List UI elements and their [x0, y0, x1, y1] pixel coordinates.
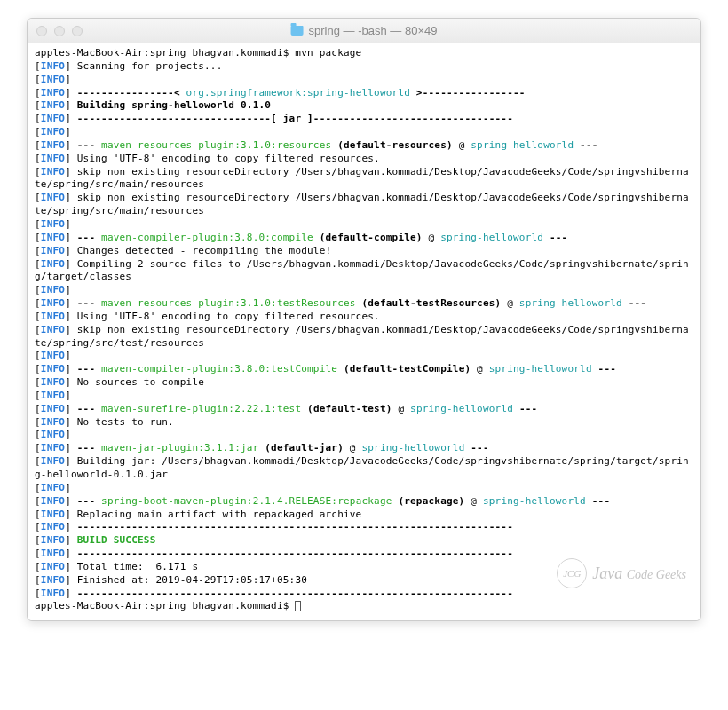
log-level-info: INFO	[41, 192, 65, 203]
log-level-info: INFO	[41, 311, 65, 322]
window-titlebar: spring — -bash — 80×49	[28, 19, 700, 43]
log-line: [INFO] BUILD SUCCESS	[35, 534, 693, 548]
log-line: [INFO] Using 'UTF-8' encoding to copy fi…	[35, 311, 693, 324]
log-line: [INFO] Changes detected - recompiling th…	[35, 245, 693, 258]
log-line: [INFO] skip non existing resourceDirecto…	[35, 166, 693, 193]
log-line: [INFO]	[35, 74, 693, 87]
log-level-info: INFO	[41, 574, 65, 586]
log-line: [INFO] Finished at: 2019-04-29T17:05:17+…	[35, 574, 693, 588]
log-level-info: INFO	[41, 218, 65, 230]
log-level-info: INFO	[41, 509, 65, 520]
log-line: [INFO] ---------------------------------…	[35, 588, 693, 601]
prompt-line: apples-MacBook-Air:spring bhagvan.kommad…	[35, 47, 693, 60]
close-button[interactable]	[36, 26, 47, 36]
log-level-info: INFO	[41, 561, 65, 572]
log-line: [INFO]	[35, 429, 693, 442]
log-line: [INFO] skip non existing resourceDirecto…	[35, 324, 693, 351]
log-line: [INFO] ----------------< org.springframe…	[35, 87, 693, 100]
log-line: [INFO] Total time: 6.171 s	[35, 561, 693, 574]
log-level-info: INFO	[41, 350, 65, 361]
log-level-info: INFO	[41, 403, 65, 414]
log-level-info: INFO	[41, 99, 65, 111]
log-level-info: INFO	[41, 455, 65, 467]
log-level-info: INFO	[41, 376, 65, 388]
log-level-info: INFO	[41, 416, 65, 428]
log-line: [INFO] --- maven-surefire-plugin:2.22.1:…	[35, 403, 693, 416]
minimize-button[interactable]	[54, 26, 65, 36]
log-line: [INFO]	[35, 284, 693, 297]
log-line: [INFO] --- spring-boot-maven-plugin:2.1.…	[35, 495, 693, 509]
log-level-info: INFO	[41, 363, 65, 375]
log-level-info: INFO	[41, 258, 65, 270]
log-level-info: INFO	[41, 87, 65, 99]
log-line: [INFO]	[35, 390, 693, 403]
log-level-info: INFO	[41, 297, 65, 309]
log-line: [INFO] Compiling 2 source files to /User…	[35, 258, 693, 285]
log-line: [INFO] Using 'UTF-8' encoding to copy fi…	[35, 153, 693, 166]
log-level-info: INFO	[41, 324, 65, 335]
log-line: [INFO] --- maven-resources-plugin:3.1.0:…	[35, 297, 693, 311]
log-level-info: INFO	[41, 139, 65, 151]
log-level-info: INFO	[41, 113, 65, 124]
log-level-info: INFO	[41, 588, 65, 599]
zoom-button[interactable]	[72, 26, 83, 36]
log-line: [INFO] No tests to run.	[35, 416, 693, 430]
log-line: [INFO] Building jar: /Users/bhagvan.komm…	[35, 455, 693, 482]
log-level-info: INFO	[41, 442, 65, 454]
log-level-info: INFO	[41, 153, 65, 164]
log-level-info: INFO	[41, 482, 65, 493]
log-line: [INFO] --- maven-compiler-plugin:3.8.0:t…	[35, 363, 693, 376]
log-level-info: INFO	[41, 521, 65, 532]
log-line: [INFO]	[35, 126, 693, 139]
log-line: [INFO]	[35, 350, 693, 363]
window-title-text: spring — -bash — 80×49	[309, 24, 438, 37]
log-level-info: INFO	[41, 126, 65, 138]
log-level-info: INFO	[41, 74, 65, 85]
log-level-info: INFO	[41, 429, 65, 440]
log-line: [INFO]	[35, 482, 693, 495]
log-level-info: INFO	[41, 284, 65, 296]
folder-icon	[291, 26, 304, 36]
log-line: [INFO] ---------------------------------…	[35, 521, 693, 534]
traffic-lights	[36, 26, 83, 36]
log-line: [INFO] Scanning for projects...	[35, 60, 693, 74]
log-line: [INFO] --- maven-compiler-plugin:3.8.0:c…	[35, 232, 693, 245]
log-level-info: INFO	[41, 495, 65, 507]
log-level-info: INFO	[41, 534, 65, 546]
log-line: [INFO] ---------------------------------…	[35, 548, 693, 561]
log-level-info: INFO	[41, 548, 65, 559]
log-line: [INFO] Replacing main artifact with repa…	[35, 509, 693, 522]
window-title: spring — -bash — 80×49	[291, 24, 438, 37]
prompt-line: apples-MacBook-Air:spring bhagvan.kommad…	[35, 600, 693, 613]
cursor	[295, 601, 301, 611]
log-line: [INFO]	[35, 218, 693, 232]
terminal-window: spring — -bash — 80×49 apples-MacBook-Ai…	[27, 18, 701, 621]
log-line: [INFO] --- maven-jar-plugin:3.1.1:jar (d…	[35, 442, 693, 455]
log-level-info: INFO	[41, 390, 65, 401]
log-level-info: INFO	[41, 60, 65, 72]
log-line: [INFO] skip non existing resourceDirecto…	[35, 192, 693, 218]
log-line: [INFO] --------------------------------[…	[35, 113, 693, 126]
log-line: [INFO] Building spring-helloworld 0.1.0	[35, 99, 693, 113]
log-line: [INFO] No sources to compile	[35, 376, 693, 390]
log-level-info: INFO	[41, 232, 65, 243]
terminal-content[interactable]: apples-MacBook-Air:spring bhagvan.kommad…	[28, 43, 700, 620]
log-level-info: INFO	[41, 245, 65, 256]
log-line: [INFO] --- maven-resources-plugin:3.1.0:…	[35, 139, 693, 153]
log-level-info: INFO	[41, 166, 65, 178]
